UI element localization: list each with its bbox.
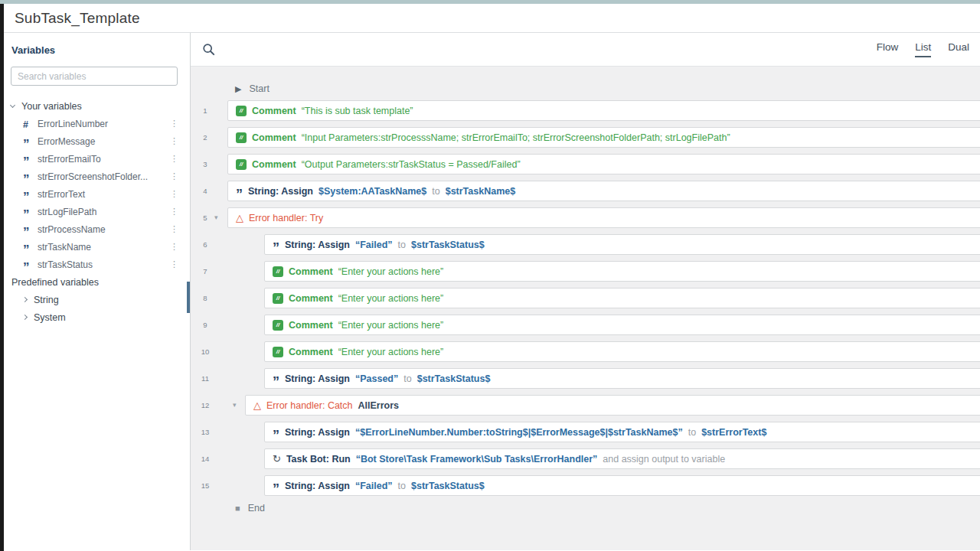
- flow-end[interactable]: ■ End: [235, 502, 980, 514]
- action-text: to: [403, 373, 411, 384]
- variable-menu-icon[interactable]: ⋮: [170, 259, 178, 269]
- row-number: 11: [197, 374, 214, 383]
- search-variables-input[interactable]: [11, 67, 178, 86]
- action-row: 7//Comment“Enter your actions here”: [191, 261, 980, 282]
- variable-list: #ErrorLineNumber⋮”ErrorMessage⋮”strError…: [11, 115, 190, 273]
- string-type-icon: ”: [23, 240, 38, 254]
- number-type-icon: #: [23, 117, 38, 131]
- start-play-icon: ▶: [235, 85, 241, 93]
- action-text: $strErrorText$: [701, 427, 766, 438]
- action-card[interactable]: //Comment“Enter your actions here”: [264, 315, 980, 335]
- variable-item[interactable]: ”strErrorEmailTo⋮: [11, 150, 190, 168]
- action-card[interactable]: △Error handler: CatchAllErrors: [245, 395, 980, 416]
- action-card[interactable]: //Comment“Enter your actions here”: [264, 341, 980, 362]
- action-card[interactable]: ”String: Assign$System:AATaskName$to$str…: [227, 181, 980, 201]
- variable-item[interactable]: ”strTaskStatus⋮: [11, 256, 190, 273]
- action-card[interactable]: //Comment“Enter your actions here”: [264, 261, 980, 282]
- variable-menu-icon[interactable]: ⋮: [170, 119, 178, 129]
- variable-name: strTaskName: [38, 242, 190, 253]
- error-handler-icon: △: [253, 400, 261, 410]
- string-type-icon: ”: [23, 205, 38, 219]
- action-text: $System:AATaskName$: [318, 186, 426, 197]
- action-text: Comment: [289, 293, 333, 304]
- action-text: “Enter your actions here”: [338, 347, 444, 357]
- action-card[interactable]: ”String: Assign“Failed”to$strTaskStatus$: [264, 234, 980, 255]
- action-text: $strTaskStatus$: [411, 240, 485, 250]
- action-card[interactable]: ”String: Assign“Failed”to$strTaskStatus$: [264, 475, 980, 496]
- predefined-variables-label: Predefined variables: [11, 273, 190, 291]
- variable-menu-icon[interactable]: ⋮: [170, 189, 178, 199]
- action-text: Comment: [289, 347, 333, 357]
- variable-menu-icon[interactable]: ⋮: [170, 171, 178, 181]
- row-number: 9: [197, 321, 214, 329]
- action-card[interactable]: ↻Task Bot: Run“Bot Store\Task Framework\…: [264, 448, 980, 469]
- row-number: 5: [197, 214, 214, 222]
- action-text: AllErrors: [358, 400, 400, 411]
- comment-icon: //: [236, 159, 247, 170]
- collapse-chevron-icon[interactable]: ▾: [233, 401, 237, 409]
- variable-name: ErrorLineNumber: [38, 119, 190, 129]
- row-number: 7: [197, 267, 214, 276]
- action-text: “Failed”: [355, 481, 393, 491]
- action-row: 6”String: Assign“Failed”to$strTaskStatus…: [191, 234, 980, 255]
- variable-item[interactable]: ”strProcessName⋮: [11, 220, 190, 238]
- view-tab-flow[interactable]: Flow: [877, 41, 899, 57]
- action-text: “Failed”: [355, 240, 393, 250]
- string-type-icon: ”: [23, 187, 38, 201]
- action-text: “Enter your actions here”: [338, 293, 444, 304]
- action-card[interactable]: //Comment“This is sub task template”: [227, 100, 980, 121]
- action-row: 3//Comment“Output Parameters:strTaskStat…: [191, 154, 980, 174]
- action-text: $strTaskStatus$: [417, 373, 491, 384]
- predefined-group-label: System: [34, 312, 66, 323]
- action-row: 12▾△Error handler: CatchAllErrors: [191, 395, 980, 416]
- variable-menu-icon[interactable]: ⋮: [170, 154, 178, 164]
- chevron-down-icon: [10, 103, 15, 108]
- action-row: 4”String: Assign$System:AATaskName$to$st…: [191, 181, 980, 201]
- string-type-icon: ”: [23, 135, 38, 148]
- view-tab-dual[interactable]: Dual: [948, 41, 969, 57]
- variable-item[interactable]: ”strErrorText⋮: [11, 185, 190, 203]
- variable-item[interactable]: ”strLogFilePath⋮: [11, 203, 190, 220]
- action-text: “Passed”: [355, 373, 398, 384]
- predefined-groups: StringSystem: [11, 291, 190, 326]
- action-text: “Output Parameters:strTaskStatus = Passe…: [302, 159, 521, 170]
- variable-item[interactable]: ”strErrorScreenshotFolder...⋮: [11, 168, 190, 185]
- predefined-group-string[interactable]: String: [11, 291, 190, 308]
- action-card[interactable]: △Error handler: Try: [227, 207, 980, 228]
- comment-icon: //: [273, 293, 283, 304]
- action-card[interactable]: ”String: Assign“$ErrorLineNumber.Number:…: [264, 422, 980, 442]
- sidebar-scrollbar-thumb[interactable]: [187, 282, 190, 313]
- comment-icon: //: [273, 320, 283, 331]
- comment-icon: //: [273, 347, 283, 357]
- variable-menu-icon[interactable]: ⋮: [170, 136, 178, 146]
- action-text: Comment: [289, 266, 333, 277]
- action-text: $strTaskName$: [446, 186, 516, 197]
- action-card[interactable]: //Comment“Input Parameters:strProcesssNa…: [227, 127, 980, 148]
- string-type-icon: ”: [23, 258, 38, 272]
- collapse-chevron-icon[interactable]: ▾: [214, 214, 218, 221]
- action-text: Comment: [252, 106, 296, 116]
- search-icon[interactable]: [202, 43, 216, 57]
- variable-menu-icon[interactable]: ⋮: [170, 207, 178, 217]
- predefined-group-system[interactable]: System: [11, 308, 190, 326]
- action-card[interactable]: //Comment“Output Parameters:strTaskStatu…: [227, 154, 980, 174]
- variable-menu-icon[interactable]: ⋮: [170, 224, 178, 234]
- row-number: 13: [197, 428, 214, 436]
- action-row: 15”String: Assign“Failed”to$strTaskStatu…: [191, 475, 980, 496]
- action-text: String: Assign: [285, 481, 350, 491]
- variable-menu-icon[interactable]: ⋮: [170, 242, 178, 252]
- flow-start[interactable]: ▶ Start: [235, 83, 980, 95]
- action-card[interactable]: //Comment“Enter your actions here”: [264, 288, 980, 308]
- action-row: 14↻Task Bot: Run“Bot Store\Task Framewor…: [191, 448, 980, 469]
- view-tab-list[interactable]: List: [915, 41, 931, 57]
- chevron-right-icon: [22, 315, 28, 320]
- variable-name: strTaskStatus: [38, 259, 190, 270]
- predefined-group-label: String: [34, 295, 59, 305]
- variable-item[interactable]: ”ErrorMessage⋮: [11, 132, 190, 150]
- left-edge-strip: [0, 4, 4, 551]
- your-variables-toggle[interactable]: Your variables: [11, 97, 190, 115]
- variable-item[interactable]: ”strTaskName⋮: [11, 238, 190, 256]
- action-card[interactable]: ”String: Assign“Passed”to$strTaskStatus$: [264, 368, 980, 389]
- variable-item[interactable]: #ErrorLineNumber⋮: [11, 115, 190, 132]
- page-title: SubTask_Template: [15, 10, 140, 27]
